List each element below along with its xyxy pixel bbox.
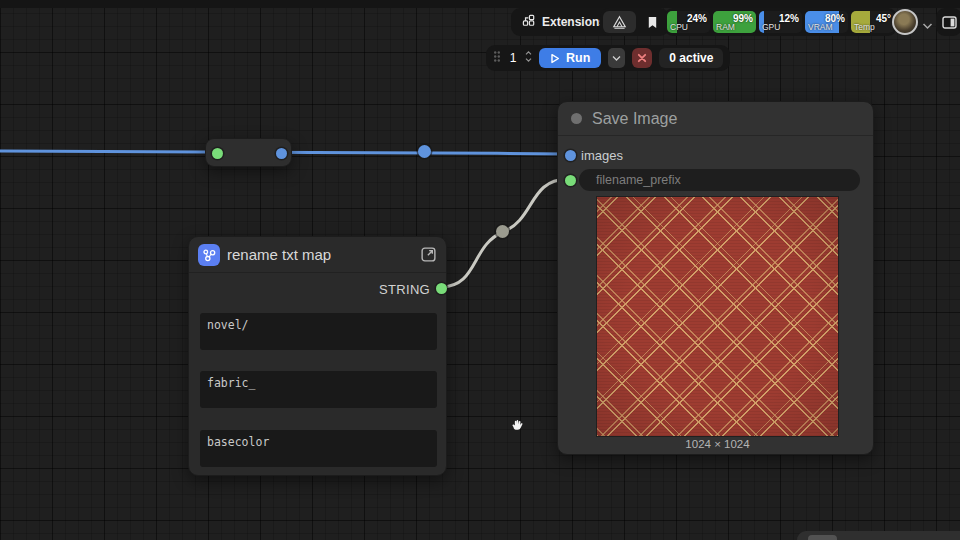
user-avatar[interactable]: [892, 9, 918, 35]
filename-prefix-input-dot[interactable]: [565, 175, 576, 186]
save-image-node[interactable]: Save Image images filename_prefix 1024 ×…: [557, 101, 874, 455]
cpu-meter-label: CPU: [670, 22, 688, 32]
image-size-label: 1024 × 1024: [597, 438, 838, 450]
collapsed-node-output-dot[interactable]: [276, 148, 287, 159]
collapsed-node[interactable]: [205, 138, 292, 167]
ram-meter: RAM 99%: [713, 11, 756, 33]
bookmark-icon: [647, 16, 658, 29]
gray-reroute-dot[interactable]: [496, 225, 509, 238]
rename-txt-map-node[interactable]: rename txt map STRING novel/ fabric_ bas…: [188, 236, 447, 476]
collapse-dot-icon[interactable]: [571, 113, 582, 124]
run-options-dropdown[interactable]: [608, 48, 625, 68]
queue-count-input[interactable]: 1: [508, 51, 518, 65]
chevron-down-icon: [612, 55, 621, 62]
active-jobs-badge[interactable]: 0 active: [659, 48, 723, 68]
text-field-folder[interactable]: novel/: [200, 313, 437, 350]
gpu-meter: GPU 12%: [759, 11, 802, 33]
cancel-queue-button[interactable]: [632, 48, 652, 68]
gpu-meter-label: GPU: [762, 22, 780, 32]
close-icon: [637, 53, 647, 63]
text-field-prefix[interactable]: fabric_: [200, 371, 437, 408]
extensions-icon: [522, 13, 535, 31]
cpu-meter-value: 24%: [687, 13, 707, 24]
filename-prefix-widget[interactable]: filename_prefix: [579, 169, 860, 191]
toggle-right-panel-button[interactable]: [936, 8, 960, 36]
bottom-panel-peek-button[interactable]: [808, 535, 837, 540]
active-jobs-label: 0 active: [669, 51, 713, 65]
save-image-node-header[interactable]: Save Image: [558, 102, 873, 136]
cpu-meter: CPU 24%: [667, 11, 710, 33]
grab-cursor-icon: [509, 417, 526, 438]
play-icon: [550, 53, 560, 64]
user-menu-chevron-icon[interactable]: [922, 16, 933, 34]
save-image-node-title: Save Image: [592, 110, 677, 128]
collapsed-node-input-dot[interactable]: [212, 148, 223, 159]
queue-count-stepper[interactable]: [525, 49, 532, 67]
images-input-label: images: [581, 148, 623, 163]
string-output-label: STRING: [379, 282, 430, 297]
system-meters: CPU 24% RAM 99% GPU 12% VRAM 80% Temp 45…: [664, 8, 897, 36]
temp-meter: Temp 45°: [851, 11, 894, 33]
rename-node-header[interactable]: rename txt map: [189, 237, 446, 273]
gpu-meter-value: 12%: [779, 13, 799, 24]
blue-reroute-dot[interactable]: [418, 145, 431, 158]
string-output-dot[interactable]: [436, 283, 447, 294]
images-input-dot[interactable]: [565, 150, 576, 161]
text-field-suffix[interactable]: basecolor: [200, 430, 437, 467]
drag-handle-icon[interactable]: [493, 49, 501, 67]
bookmark-button[interactable]: [639, 11, 666, 33]
run-toolbar: 1 Run 0 active: [486, 45, 730, 71]
vram-meter: VRAM 80%: [805, 11, 848, 33]
run-button[interactable]: Run: [539, 48, 601, 68]
extensions-label: Extensions: [542, 15, 606, 29]
vram-meter-value: 80%: [825, 13, 845, 24]
panel-right-icon: [942, 16, 957, 29]
rename-node-title: rename txt map: [227, 246, 412, 263]
ram-meter-value: 99%: [733, 13, 753, 24]
subgraph-icon: [198, 244, 220, 266]
fabric-image-preview[interactable]: [597, 197, 838, 436]
canvas-top-band: [0, 0, 960, 8]
temp-meter-label: Temp: [854, 22, 875, 32]
expand-icon[interactable]: [419, 246, 437, 264]
temp-meter-value: 45°: [876, 13, 891, 24]
quick-actions-group: [600, 8, 669, 36]
mountain-logo-icon: [611, 15, 628, 30]
run-button-label: Run: [566, 51, 590, 65]
theme-logo-button[interactable]: [603, 11, 636, 33]
